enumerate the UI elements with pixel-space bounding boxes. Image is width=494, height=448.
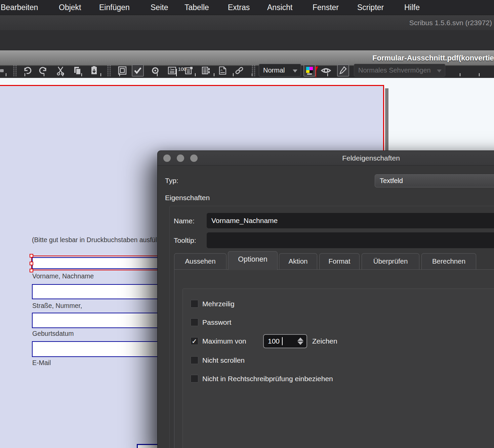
ruler-tick [100, 73, 101, 76]
checkbox-label: Nicht scrollen [202, 356, 245, 365]
max-chars-value[interactable]: 100 [268, 335, 280, 348]
toolbar-drag-handle[interactable] [251, 65, 256, 76]
checkbox-nicht-scrollen[interactable] [191, 356, 198, 364]
app-titlebar: Scribus 1.5.6.svn (r23972) [0, 15, 494, 30]
app-version-title: Scribus 1.5.6.svn (r23972) [409, 15, 492, 31]
menu-einfuegen[interactable]: Einfügen [99, 0, 130, 15]
checkbox-label: Maximum von [202, 337, 246, 346]
name-input[interactable]: Vorname_Nachname [207, 213, 494, 228]
option-row-rechtschreibpruefung: Nicht in Rechtschreibprüfung einbeziehen [183, 374, 494, 384]
field-label: Geburtsdatum [32, 330, 74, 338]
option-row-mehrzeilig: Mehrzeilig [183, 299, 494, 309]
checkbox-label: Nicht in Rechtschreibprüfung einbeziehen [202, 374, 333, 384]
vision-defect-value: Normales Sehvermögen [358, 66, 431, 74]
name-label: Name: [174, 217, 195, 225]
edit-in-preview-pen-icon[interactable] [337, 64, 349, 77]
undo-icon[interactable] [21, 64, 33, 77]
vision-defect-dropdown[interactable]: Normales Sehvermögen [354, 64, 445, 77]
field-properties-dialog[interactable]: Feldeigenschaften Typ: Textfeld Eigensch… [157, 150, 494, 448]
selection-handle-top-left[interactable] [30, 254, 33, 258]
check-box-tool-icon[interactable] [132, 64, 144, 77]
close-window-button[interactable] [163, 154, 171, 162]
menu-tabelle[interactable]: Tabelle [184, 0, 209, 15]
menu-seite[interactable]: Seite [151, 0, 168, 15]
toolbar-drag-handle[interactable] [13, 65, 17, 76]
checkbox-passwort[interactable] [191, 318, 198, 326]
tab-aktion[interactable]: Aktion [279, 253, 317, 269]
selection-handle-bottom-left[interactable] [30, 269, 33, 272]
preview-mode-eye-icon[interactable] [320, 64, 332, 77]
menu-ansicht[interactable]: Ansicht [267, 0, 292, 15]
ruler-tick [479, 73, 480, 76]
paste-icon[interactable] [88, 64, 100, 77]
option-row-maximum: ✓ Maximum von 100 Zeichen [183, 337, 494, 347]
cut-icon[interactable] [54, 64, 67, 77]
field-type-value: Textfeld [380, 177, 403, 184]
copy-icon[interactable] [71, 64, 83, 77]
menu-scripter[interactable]: Scripter [357, 0, 384, 15]
tab-ueberpruefen[interactable]: Überprüfen [362, 253, 419, 269]
checkbox-label: Passwort [202, 318, 231, 327]
form-note-text: (Bitte gut lesbar in Druckbuchstaben aus… [32, 236, 168, 244]
spin-down-icon[interactable] [297, 342, 303, 345]
image-mode-value: Normal [263, 66, 285, 74]
selection-handle-middle-left[interactable] [30, 262, 33, 265]
checkbox-maximum-von[interactable]: ✓ [191, 337, 198, 345]
checkbox-label: Mehrzeilig [202, 299, 235, 309]
dialog-title: Feldeigenschaften [158, 151, 494, 166]
dialog-titlebar[interactable]: Feldeigenschaften [158, 151, 494, 166]
field-label: E-Mail [32, 359, 51, 367]
zoom-window-button[interactable] [190, 154, 198, 162]
type-label: Typ: [165, 177, 178, 185]
list-box-tool-icon[interactable] [200, 64, 212, 77]
option-row-nicht-scrollen: Nicht scrollen [183, 356, 494, 366]
spin-up-icon[interactable] [297, 338, 303, 341]
ruler-marker-stem [316, 70, 316, 77]
chevron-down-icon [293, 70, 297, 73]
option-row-passwort: Passwort [183, 318, 494, 328]
ruler-tick [460, 73, 460, 76]
clipped-toolbar-icon [0, 69, 4, 72]
menu-hilfe[interactable]: Hilfe [404, 0, 420, 15]
menu-bar: Bearbeiten Objekt Einfügen Seite Tabelle… [0, 0, 494, 15]
menu-extras[interactable]: Extras [228, 0, 250, 15]
toolbar-drag-handle[interactable] [107, 65, 111, 76]
properties-groupbox: Name: Vorname_Nachname Tooltip: Aussehen… [169, 206, 494, 448]
tab-optionen[interactable]: Optionen [228, 251, 278, 270]
redo-icon[interactable] [38, 64, 50, 77]
field-type-dropdown[interactable]: Textfeld [375, 174, 494, 187]
checkbox-mehrzeilig[interactable] [191, 300, 198, 308]
properties-section-label: Eigenschaften [165, 194, 210, 202]
push-button-tool-icon[interactable] [116, 64, 128, 77]
tab-aussehen[interactable]: Aussehen [174, 253, 227, 269]
image-mode-dropdown[interactable]: Normal [259, 64, 301, 77]
color-management-icon[interactable] [303, 64, 316, 77]
link-annotation-tool-icon[interactable] [233, 64, 245, 77]
ruler-tick [195, 73, 196, 76]
menu-objekt[interactable]: Objekt [59, 0, 81, 15]
svg-text:A: A [220, 69, 222, 72]
menu-fenster[interactable]: Fenster [313, 0, 339, 15]
checkbox-rechtschreibpruefung[interactable] [191, 375, 198, 383]
options-tab-panel: Mehrzeilig Passwort ✓ Maximum von 100 [174, 269, 494, 448]
tab-format[interactable]: Format [319, 253, 360, 269]
text-cursor [282, 337, 283, 345]
field-label: Vorname, Nachname [32, 272, 94, 280]
minimize-window-button[interactable] [177, 154, 184, 162]
combo-box-tool-icon[interactable] [183, 64, 195, 77]
ruler-tick [6, 73, 6, 76]
radio-button-tool-icon[interactable] [149, 64, 161, 77]
options-inner-frame: Mehrzeilig Passwort ✓ Maximum von 100 [182, 288, 494, 448]
tooltip-label: Tooltip: [174, 236, 196, 244]
tooltip-input[interactable] [207, 232, 494, 248]
menu-bearbeiten[interactable]: Bearbeiten [1, 0, 38, 15]
zeichen-suffix-label: Zeichen [312, 337, 337, 346]
text-annotation-tool-icon[interactable]: A [216, 64, 229, 77]
text-field-tool-icon[interactable]: A [166, 64, 178, 77]
ruler-tick [214, 73, 214, 76]
main-toolbar: A A Normal Normales Sehvermögen [0, 30, 494, 50]
max-chars-spinbox[interactable]: 100 [263, 334, 307, 348]
tab-berechnen[interactable]: Berechnen [421, 253, 476, 269]
field-label: Straße, Nummer, [32, 302, 82, 310]
chevron-down-icon [437, 70, 442, 73]
